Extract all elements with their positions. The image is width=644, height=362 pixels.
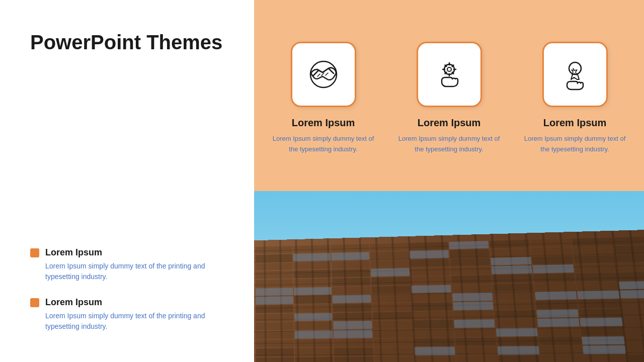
card-2: Lorem Ipsum Lorem Ipsum simply dummy tex… bbox=[396, 42, 502, 155]
list-items-container: Lorem Ipsum Lorem Ipsum simply dummy tex… bbox=[30, 247, 234, 332]
svg-point-3 bbox=[569, 62, 581, 74]
list-item: Lorem Ipsum Lorem Ipsum simply dummy tex… bbox=[30, 247, 234, 282]
list-item-title: Lorem Ipsum bbox=[45, 247, 102, 258]
cards-section: Lorem Ipsum Lorem Ipsum simply dummy tex… bbox=[254, 0, 644, 191]
list-item-title: Lorem Ipsum bbox=[45, 297, 102, 308]
list-item-header: Lorem Ipsum bbox=[30, 297, 234, 308]
award-hand-icon bbox=[555, 54, 595, 95]
card-1-description: Lorem Ipsum simply dummy text of the typ… bbox=[271, 134, 376, 155]
list-item-description: Lorem Ipsum simply dummy text of the pri… bbox=[30, 311, 234, 332]
svg-point-2 bbox=[447, 67, 451, 71]
card-2-description: Lorem Ipsum simply dummy text of the typ… bbox=[396, 134, 502, 155]
card-3-description: Lorem Ipsum simply dummy text of the typ… bbox=[522, 134, 628, 155]
gear-hand-icon bbox=[429, 54, 469, 95]
page-title: PowerPoint Themes bbox=[30, 30, 234, 54]
left-panel: PowerPoint Themes Lorem Ipsum Lorem Ipsu… bbox=[0, 0, 254, 362]
building-facade bbox=[254, 229, 644, 362]
handshake-icon bbox=[303, 54, 344, 95]
list-item: Lorem Ipsum Lorem Ipsum simply dummy tex… bbox=[30, 297, 234, 332]
list-item-description: Lorem Ipsum simply dummy text of the pri… bbox=[30, 261, 234, 282]
card-2-icon-box bbox=[417, 42, 482, 107]
orange-square-icon bbox=[30, 248, 39, 257]
card-1-title: Lorem Ipsum bbox=[292, 117, 355, 129]
card-3-title: Lorem Ipsum bbox=[543, 117, 607, 129]
list-item-header: Lorem Ipsum bbox=[30, 247, 234, 258]
card-1-icon-box bbox=[291, 42, 356, 107]
card-2-title: Lorem Ipsum bbox=[418, 117, 481, 129]
card-3: Lorem Ipsum Lorem Ipsum simply dummy tex… bbox=[522, 42, 628, 155]
building-container bbox=[254, 191, 644, 362]
building-image-section bbox=[254, 191, 644, 362]
windows-grid bbox=[255, 236, 644, 362]
orange-square-icon bbox=[30, 298, 39, 307]
card-1: Lorem Ipsum Lorem Ipsum simply dummy tex… bbox=[271, 42, 376, 155]
right-panel: Lorem Ipsum Lorem Ipsum simply dummy tex… bbox=[254, 0, 644, 362]
card-3-icon-box bbox=[542, 42, 608, 107]
